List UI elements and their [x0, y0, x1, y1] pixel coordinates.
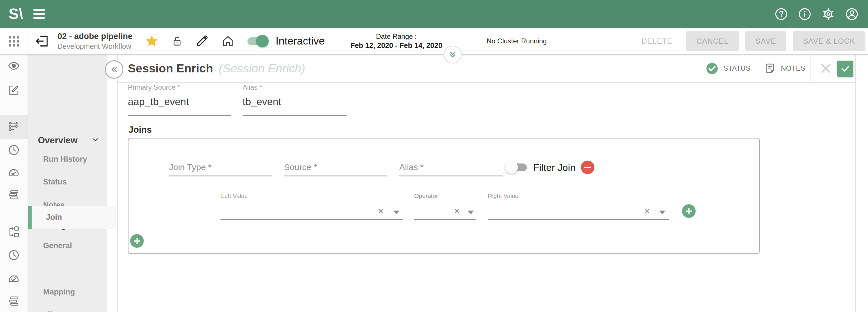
close-icon[interactable] — [819, 62, 832, 75]
config-sidebar: Overview Run History Status Notes Config… — [28, 55, 107, 312]
item-label: Mapping — [43, 288, 75, 297]
status-label: STATUS — [723, 64, 750, 72]
left-value-select[interactable]: ✕ — [220, 203, 403, 220]
left-value-label: Left Value — [221, 192, 248, 199]
notes-stack-icon[interactable] — [0, 187, 28, 202]
primary-source-field[interactable]: Primary Source * aap_tb_event — [128, 83, 231, 116]
edit-pencil-icon[interactable] — [195, 34, 209, 48]
run-history-clock-icon[interactable] — [0, 143, 28, 157]
panel-header: Session Enrich (Session Enrich) STATUS N… — [118, 55, 855, 83]
notes-button[interactable]: NOTES — [764, 55, 805, 82]
add-join-button[interactable] — [130, 234, 144, 248]
clear-left-value-icon[interactable]: ✕ — [377, 208, 384, 216]
sidebar-item-filters[interactable]: Filters — [28, 306, 107, 312]
join-type-input[interactable]: Join Type * — [169, 159, 273, 177]
app-header: S\ — [0, 0, 868, 28]
exit-pipeline-icon[interactable] — [34, 33, 50, 49]
collapse-toolbar-button[interactable] — [444, 46, 462, 63]
date-range-value: Feb 12, 2020 - Feb 14, 2020 — [350, 41, 442, 50]
filter-join-label: Filter Join — [533, 162, 576, 173]
home-icon[interactable] — [221, 34, 235, 48]
double-chevron-left-icon — [108, 64, 120, 75]
dropdown-caret-icon[interactable] — [468, 211, 474, 214]
right-value-label: Right Value — [488, 192, 519, 199]
clear-operator-icon[interactable]: ✕ — [454, 208, 460, 216]
join-type-placeholder: Join Type * — [169, 162, 212, 172]
pipeline-config-icon[interactable] — [0, 119, 28, 134]
joins-box: Join Type * Source * Alias * Filter Join… — [128, 138, 760, 254]
cancel-button[interactable]: CANCEL — [686, 31, 739, 51]
add-condition-button[interactable] — [682, 204, 695, 218]
right-value-select[interactable]: ✕ — [488, 203, 670, 220]
dropdown-caret-icon[interactable] — [393, 211, 400, 214]
sidebar-item-status[interactable]: Status — [28, 173, 107, 190]
save-lock-button[interactable]: SAVE & LOCK — [793, 31, 865, 51]
app-logo: S\ — [9, 5, 23, 23]
item-label: Status — [43, 178, 67, 186]
confirm-check-button[interactable] — [837, 61, 853, 77]
apps-grid-icon[interactable] — [0, 28, 28, 54]
item-label: General — [43, 241, 72, 250]
pipeline-toolbar: 02 - adobe pipeline Development Workflow… — [0, 28, 868, 55]
cluster-status: No Cluster Running — [487, 37, 547, 45]
toolbar-buttons: DELETE CANCEL SAVE SAVE & LOCK — [634, 28, 865, 54]
metrics-gauge-icon[interactable] — [0, 271, 28, 286]
minus-icon — [584, 167, 591, 168]
delete-button[interactable]: DELETE — [634, 31, 680, 51]
settings-gear-icon[interactable] — [822, 7, 835, 21]
sidebar-item-run-history[interactable]: Run History — [28, 151, 107, 168]
clear-right-value-icon[interactable]: ✕ — [644, 208, 650, 216]
sidebar-scrollbar-gutter[interactable] — [107, 55, 117, 312]
history-clock-icon[interactable] — [0, 248, 28, 262]
status-gauge-icon[interactable] — [0, 165, 28, 180]
sidebar-item-mapping[interactable]: Mapping — [28, 283, 107, 301]
sidebar-section-overview[interactable]: Overview — [28, 132, 107, 149]
preview-eye-icon[interactable] — [0, 58, 28, 73]
plus-icon — [685, 208, 693, 215]
date-range-label: Date Range : — [350, 32, 442, 40]
panel-title: Session Enrich — [128, 62, 213, 75]
unlock-icon[interactable] — [171, 35, 183, 47]
filter-join-toggle[interactable] — [505, 160, 528, 175]
collapse-sidebar-button[interactable] — [105, 60, 123, 79]
item-label: Join — [28, 213, 62, 222]
dropdown-caret-icon[interactable] — [659, 211, 665, 214]
selected-accent-bar — [28, 206, 32, 229]
panel-subtitle: (Session Enrich) — [219, 62, 305, 75]
date-range[interactable]: Date Range : Feb 12, 2020 - Feb 14, 2020 — [350, 32, 442, 50]
pipeline-title: 02 - adobe pipeline — [58, 32, 132, 41]
joins-heading: Joins — [128, 125, 152, 135]
operator-label: Operator — [414, 192, 438, 199]
status-button[interactable]: STATUS — [705, 55, 750, 82]
alias-value: tb_event — [243, 96, 347, 107]
notes-doc-icon — [764, 62, 776, 74]
remove-join-button[interactable] — [581, 161, 594, 174]
sidebar-item-join-selected[interactable]: Join — [28, 206, 117, 229]
operator-select[interactable]: ✕ — [414, 203, 476, 220]
join-alias-input[interactable]: Alias * — [399, 159, 503, 177]
plus-icon — [133, 237, 141, 245]
alias-placeholder: Alias * — [399, 162, 424, 172]
header-divider — [810, 55, 810, 82]
status-check-circle-icon — [705, 62, 719, 75]
user-avatar-icon[interactable] — [845, 7, 859, 21]
alias-field[interactable]: Alias * tb_event — [243, 83, 347, 116]
favorite-star-icon[interactable] — [145, 34, 159, 48]
join-source-input[interactable]: Source * — [284, 159, 388, 177]
sidebar-item-general[interactable]: General — [28, 237, 107, 254]
interactive-toggle[interactable] — [247, 34, 269, 48]
logs-stack-icon[interactable] — [0, 293, 28, 309]
workflow-flow-icon[interactable] — [0, 224, 28, 239]
alias-label: Alias * — [243, 83, 347, 91]
help-icon[interactable] — [774, 7, 788, 21]
source-placeholder: Source * — [284, 162, 317, 172]
section-label: Overview — [38, 135, 78, 146]
item-label: Run History — [43, 155, 87, 164]
join-config-panel: Session Enrich (Session Enrich) STATUS N… — [118, 55, 856, 312]
info-icon[interactable] — [798, 7, 812, 21]
primary-source-value: aap_tb_event — [128, 96, 231, 107]
edit-workflow-icon[interactable] — [0, 83, 28, 98]
hamburger-menu-icon[interactable] — [33, 8, 46, 20]
pipeline-subtitle: Development Workflow — [58, 42, 132, 51]
save-button[interactable]: SAVE — [745, 31, 786, 51]
